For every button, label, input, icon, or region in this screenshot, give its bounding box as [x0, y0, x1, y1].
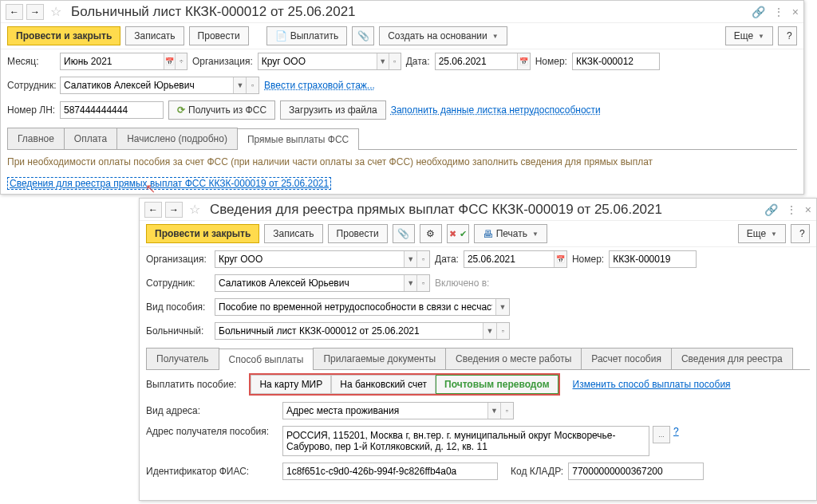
more-button[interactable]: Еще ▼	[738, 224, 786, 243]
paperclip-icon	[357, 30, 369, 41]
post-button[interactable]: Провести	[328, 224, 388, 243]
tab-accrued[interactable]: Начислено (подробно)	[116, 128, 238, 149]
create-on-basis-button[interactable]: Создать на основании ▼	[379, 26, 507, 45]
write-button[interactable]: Записать	[125, 26, 184, 45]
chevron-down-icon[interactable]: ▼	[483, 323, 495, 339]
sick-list-input[interactable]: ▼ ▫	[215, 322, 510, 340]
open-icon[interactable]: ▫	[389, 53, 401, 69]
delete-button[interactable]	[447, 224, 469, 243]
star-icon[interactable]: ☆	[189, 202, 200, 217]
tab-payment-method[interactable]: Способ выплаты	[219, 348, 314, 370]
settings-button[interactable]	[420, 224, 442, 243]
benefit-kind-input[interactable]: ▼	[215, 298, 510, 316]
open-icon[interactable]: ▫	[500, 403, 513, 419]
sick-list-label: Больничный:	[146, 325, 210, 337]
window-title: Больничный лист ККЗК-000012 от 25.06.202…	[71, 4, 748, 20]
tab-direct-fss[interactable]: Прямые выплаты ФСС	[237, 128, 359, 150]
date-input[interactable]: 📅	[435, 53, 531, 70]
open-icon[interactable]: ▫	[246, 77, 259, 93]
star-icon[interactable]: ☆	[50, 4, 61, 19]
open-icon[interactable]: ▫	[416, 251, 429, 267]
cursor-icon: ↖	[145, 181, 156, 196]
attach-button[interactable]	[393, 224, 415, 243]
help-button[interactable]: ?	[791, 224, 810, 243]
tab-benefit-calc[interactable]: Расчет пособия	[581, 348, 672, 369]
post-button[interactable]: Провести	[189, 26, 249, 45]
open-icon[interactable]: ▫	[496, 323, 509, 339]
calendar-icon[interactable]: 📅	[164, 53, 176, 69]
registry-record-link[interactable]: Сведения для реестра прямых выплат ФСС К…	[7, 177, 331, 190]
addr-ellipsis-button[interactable]: ...	[653, 426, 670, 443]
number-input[interactable]	[609, 250, 697, 268]
chevron-down-icon[interactable]: ▼	[487, 403, 500, 419]
org-input[interactable]: ▼ ▫	[258, 53, 401, 70]
tab-payment[interactable]: Оплата	[64, 128, 117, 149]
menu-icon[interactable]: ⋮	[773, 6, 784, 18]
date-label: Дата:	[406, 56, 430, 67]
payout-button[interactable]: 📄 Выплатить	[266, 26, 348, 45]
post-and-close-button[interactable]: Провести и закрыть	[146, 224, 259, 243]
number-input[interactable]	[572, 53, 660, 70]
chevron-down-icon[interactable]: ▼	[377, 53, 389, 69]
forward-button[interactable]: →	[165, 202, 183, 218]
refresh-icon	[177, 104, 185, 116]
close-icon[interactable]: ×	[805, 203, 811, 216]
kladr-input[interactable]	[568, 463, 704, 480]
addr-help-link[interactable]: ?	[673, 426, 679, 456]
addr-kind-label: Вид адреса:	[146, 405, 278, 416]
window-title: Сведения для реестра прямых выплат ФСС К…	[210, 202, 761, 218]
chevron-down-icon[interactable]: ▼	[404, 275, 416, 291]
calendar-icon[interactable]: 📅	[517, 53, 530, 69]
calendar-icon[interactable]: 📅	[554, 251, 566, 267]
pay-postal-button[interactable]: Почтовым переводом	[436, 375, 558, 394]
change-payment-method-link[interactable]: Изменить способ выплаты пособия	[573, 379, 731, 390]
back-button[interactable]: ←	[6, 4, 23, 20]
chevron-down-icon: ▼	[758, 33, 764, 40]
fias-input[interactable]	[282, 463, 498, 480]
chevron-down-icon[interactable]: ▼	[233, 77, 246, 93]
link-icon[interactable]: 🔗	[752, 6, 765, 18]
included-in-label: Включено в:	[435, 278, 489, 289]
tab-workplace-info[interactable]: Сведения о месте работы	[445, 348, 582, 369]
step-icon[interactable]: ÷	[175, 53, 187, 69]
kladr-label: Код КЛАДР:	[511, 466, 563, 477]
back-button[interactable]: ←	[144, 202, 162, 218]
pay-mir-card-button[interactable]: На карту МИР	[251, 375, 331, 394]
load-from-file-button[interactable]: Загрузить из файла	[280, 100, 386, 120]
org-input[interactable]: ▼ ▫	[215, 250, 430, 268]
pay-bank-account-button[interactable]: На банковский счет	[331, 375, 436, 394]
link-icon[interactable]: 🔗	[764, 203, 778, 216]
employee-label: Сотрудник:	[7, 80, 55, 91]
addr-kind-input[interactable]: ▼ ▫	[282, 402, 514, 419]
month-input[interactable]: 📅 ÷	[60, 53, 187, 70]
fss-info-text: При необходимости оплаты пособия за счет…	[1, 150, 803, 174]
tab-main[interactable]: Главное	[7, 128, 65, 149]
employee-input[interactable]: ▼ ▫	[215, 274, 430, 292]
chevron-down-icon[interactable]: ▼	[404, 251, 416, 267]
tab-registry-info[interactable]: Сведения для реестра	[671, 348, 793, 369]
paperclip-icon	[397, 228, 409, 239]
insurance-stazh-link[interactable]: Ввести страховой стаж...	[264, 80, 375, 91]
menu-icon[interactable]: ⋮	[786, 203, 797, 216]
date-input[interactable]: 📅	[464, 250, 567, 268]
close-icon[interactable]: ×	[792, 6, 799, 18]
get-from-fss-button[interactable]: Получить из ФСС	[168, 100, 275, 120]
payout-icon: 📄	[275, 30, 287, 41]
attach-button[interactable]	[352, 26, 374, 45]
ln-number-input[interactable]	[60, 101, 164, 119]
number-label: Номер:	[535, 56, 567, 67]
open-icon[interactable]: ▫	[416, 275, 429, 291]
employee-input[interactable]: ▼ ▫	[60, 77, 259, 94]
more-button[interactable]: Еще ▼	[725, 26, 773, 45]
chevron-down-icon: ▼	[771, 230, 777, 238]
chevron-down-icon[interactable]: ▼	[495, 299, 509, 315]
forward-button[interactable]: →	[26, 4, 44, 20]
write-button[interactable]: Записать	[264, 224, 322, 243]
recipient-addr-input[interactable]: РОССИЯ, 115201, Москва г, вн.тер. г. мун…	[282, 426, 649, 456]
tab-recipient[interactable]: Получатель	[146, 348, 219, 369]
print-button[interactable]: Печать ▼	[474, 224, 547, 243]
tab-attached-docs[interactable]: Прилагаемые документы	[313, 348, 446, 369]
post-and-close-button[interactable]: Провести и закрыть	[7, 26, 120, 45]
help-button[interactable]: ?	[778, 26, 797, 45]
fill-disability-data-link[interactable]: Заполнить данные листка нетрудоспособнос…	[391, 104, 601, 116]
